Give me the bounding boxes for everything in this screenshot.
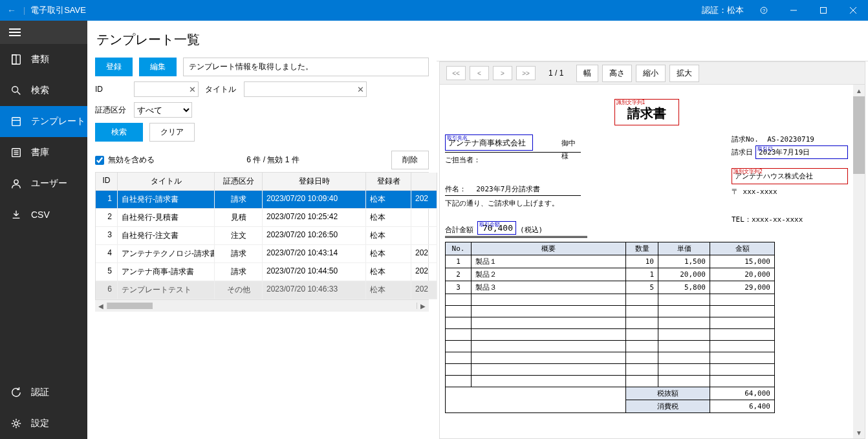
sidebar-item-label: テンプレート bbox=[31, 116, 85, 127]
preview-pane: << < > >> 1 / 1 幅 高さ 縮小 拡大 識別文字列1 bbox=[437, 61, 868, 439]
tel: xxxx-xx-xxxx bbox=[752, 215, 803, 224]
page-title: テンプレート一覧 bbox=[96, 31, 429, 48]
status-message: テンプレート情報を取得しました。 bbox=[183, 58, 429, 76]
svg-rect-7 bbox=[12, 55, 16, 64]
sidebar-item-label: 検索 bbox=[31, 85, 49, 96]
document-preview: 識別文字列1 請求書 取引先名 アンテナ商事株式会社 bbox=[445, 99, 848, 413]
doc-title: 請求書 bbox=[618, 105, 676, 122]
back-icon[interactable]: ← bbox=[5, 5, 18, 16]
auth-label: 認証：松本 bbox=[702, 5, 744, 16]
sidebar-item-label: 書類 bbox=[31, 54, 49, 65]
svg-rect-3 bbox=[821, 8, 827, 14]
hamburger-button[interactable] bbox=[0, 21, 87, 44]
zoom-in-button[interactable]: 拡大 bbox=[669, 65, 699, 82]
svg-point-16 bbox=[14, 180, 18, 184]
sidebar-item-user[interactable]: ユーザー bbox=[0, 168, 87, 199]
invoice-table: No. 概要 数量 単価 金額 1製品１101,50015,0002製品２120… bbox=[445, 242, 775, 413]
user-icon bbox=[10, 178, 22, 189]
titlebar: ← | 電子取引SAVE 認証：松本 ? bbox=[0, 0, 868, 21]
doc-title-field-label: 識別文字列1 bbox=[616, 99, 646, 106]
archive-icon bbox=[10, 147, 22, 158]
close-icon[interactable] bbox=[838, 0, 868, 21]
zoom-out-button[interactable]: 縮小 bbox=[636, 65, 666, 82]
template-grid: ID タイトル 証憑区分 登録日時 登録者 1自社発行-請求書請求2023/07… bbox=[95, 172, 429, 300]
register-button[interactable]: 登録 bbox=[95, 58, 133, 76]
count-text: 6 件 / 無効 1 件 bbox=[246, 155, 299, 166]
scroll-right-icon[interactable]: ▶ bbox=[417, 300, 429, 312]
sidebar-item-label: 書庫 bbox=[31, 147, 49, 158]
clear-title-icon[interactable]: ✕ bbox=[357, 85, 364, 94]
gear-icon bbox=[10, 418, 22, 429]
title-input[interactable] bbox=[244, 81, 367, 97]
clear-button[interactable]: クリア bbox=[149, 123, 195, 142]
svg-point-17 bbox=[14, 422, 17, 425]
preview-toolbar: << < > >> 1 / 1 幅 高さ 縮小 拡大 bbox=[439, 61, 865, 85]
fit-width-button[interactable]: 幅 bbox=[576, 65, 598, 82]
next-page-button[interactable]: > bbox=[493, 66, 512, 80]
scroll-left-icon[interactable]: ◀ bbox=[95, 300, 107, 312]
prev-page-button[interactable]: < bbox=[470, 66, 489, 80]
table-row[interactable]: 2自社発行-見積書見積2023/07/20 10:25:42松本 bbox=[96, 209, 428, 227]
type-label: 証憑区分 bbox=[95, 105, 130, 116]
sidebar-item-documents[interactable]: 書類 bbox=[0, 44, 87, 75]
note: 下記の通り、ご請求申し上げます。 bbox=[445, 198, 719, 208]
document-icon bbox=[10, 54, 22, 65]
table-row[interactable]: 3自社発行-注文書注文2023/07/20 10:26:50松本 bbox=[96, 227, 428, 245]
hamburger-icon bbox=[9, 28, 21, 36]
fit-height-button[interactable]: 高さ bbox=[602, 65, 632, 82]
app-title: 電子取引SAVE bbox=[30, 5, 86, 16]
sidebar-item-label: CSV bbox=[31, 209, 50, 220]
delete-button[interactable]: 削除 bbox=[391, 151, 429, 169]
table-row[interactable]: 5アンテナ商事-請求書請求2023/07/20 10:44:50松本202 bbox=[96, 263, 428, 281]
sidebar-item-label: 認証 bbox=[31, 387, 49, 398]
scroll-thumb[interactable] bbox=[107, 303, 153, 309]
sidebar-item-auth[interactable]: 認証 bbox=[0, 377, 87, 408]
table-row[interactable]: 6テンプレートテストその他2023/07/20 10:46:33松本202 bbox=[96, 281, 428, 299]
sidebar-item-csv[interactable]: CSV bbox=[0, 199, 87, 230]
sidebar-item-search[interactable]: 検索 bbox=[0, 75, 87, 106]
subject: 2023年7月分請求書 bbox=[476, 185, 540, 193]
minimize-icon[interactable] bbox=[779, 0, 808, 21]
svg-rect-10 bbox=[12, 118, 21, 126]
table-row[interactable]: 4アンテナテクノロジ-請求書請求2023/07/20 10:43:14松本202 bbox=[96, 245, 428, 263]
table-row[interactable]: 1自社発行-請求書請求2023/07/20 10:09:40松本202 bbox=[96, 191, 428, 209]
svg-point-8 bbox=[12, 87, 18, 92]
horizontal-scrollbar[interactable]: ◀ ▶ bbox=[95, 300, 429, 312]
include-disabled-input[interactable] bbox=[95, 156, 104, 165]
sidebar-item-settings[interactable]: 設定 bbox=[0, 408, 87, 439]
grid-header: ID タイトル 証憑区分 登録日時 登録者 bbox=[96, 173, 428, 191]
sidebar: 書類 検索 テンプレート 書庫 ユーザー CSV 認証 設定 bbox=[0, 21, 87, 439]
scroll-down-icon[interactable]: ▼ bbox=[853, 427, 865, 438]
recipient-field-label: 取引先名 bbox=[447, 134, 468, 142]
download-icon bbox=[10, 209, 22, 220]
scroll-up-icon[interactable]: ▲ bbox=[853, 85, 865, 96]
vertical-scrollbar[interactable]: ▲ ▼ bbox=[853, 85, 865, 438]
last-page-button[interactable]: >> bbox=[516, 66, 536, 80]
tantou-label: ご担当者： bbox=[445, 155, 719, 165]
maximize-icon[interactable] bbox=[808, 0, 838, 21]
edit-button[interactable]: 編集 bbox=[139, 58, 177, 76]
sidebar-item-archive[interactable]: 書庫 bbox=[0, 137, 87, 168]
help-icon[interactable]: ? bbox=[749, 0, 779, 21]
clear-id-icon[interactable]: ✕ bbox=[189, 85, 196, 94]
include-disabled-checkbox[interactable]: 無効を含める bbox=[95, 155, 155, 166]
search-button[interactable]: 検索 bbox=[95, 123, 143, 142]
vscroll-thumb[interactable] bbox=[853, 96, 865, 174]
search-icon bbox=[10, 85, 22, 96]
sidebar-item-template[interactable]: テンプレート bbox=[0, 106, 87, 137]
refresh-icon bbox=[10, 387, 22, 398]
postal: 〒 xxx-xxxx bbox=[732, 187, 848, 197]
first-page-button[interactable]: << bbox=[446, 66, 466, 80]
title-label: タイトル bbox=[205, 84, 240, 95]
req-no: AS-20230719 bbox=[767, 135, 814, 144]
sidebar-item-label: ユーザー bbox=[31, 178, 67, 189]
svg-line-9 bbox=[17, 92, 21, 95]
template-icon bbox=[10, 116, 22, 127]
template-list-pane: テンプレート一覧 登録 編集 テンプレート情報を取得しました。 ID ✕ タイト… bbox=[87, 21, 437, 439]
type-select[interactable]: すべて bbox=[134, 102, 192, 118]
svg-text:?: ? bbox=[763, 8, 765, 14]
id-label: ID bbox=[95, 85, 130, 94]
sidebar-item-label: 設定 bbox=[31, 418, 49, 429]
page-info: 1 / 1 bbox=[548, 69, 563, 78]
